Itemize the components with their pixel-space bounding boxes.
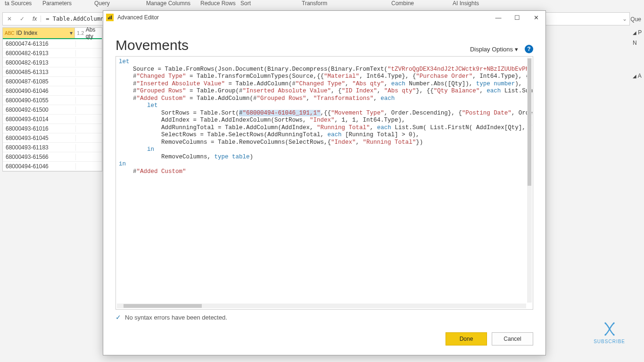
advanced-editor-dialog: Advanced Editor — ☐ ✕ Movements Display … [103, 10, 546, 355]
ribbon-group-data-sources: ta Sources [5, 0, 32, 7]
query-settings-panel: ◢ P N ◢ A [630, 27, 644, 357]
fx-label: fx [29, 16, 41, 22]
column-header-abs-qty[interactable]: 1.2 Abs qty [75, 28, 102, 38]
cancel-formula-icon[interactable]: ✕ [7, 16, 12, 22]
ribbon-group-manage-columns: Manage Columns [146, 0, 190, 7]
properties-section-label: P [638, 29, 642, 36]
text-type-icon: ABC [5, 31, 15, 36]
table-row[interactable]: 68000490-61046 [3, 86, 102, 96]
dialog-titlebar[interactable]: Advanced Editor — ☐ ✕ [103, 11, 545, 24]
table-row[interactable]: 68000482-61913 [3, 49, 102, 58]
ribbon-group-sort: Sort [240, 0, 251, 7]
table-row[interactable]: 68000493-61016 [3, 124, 102, 133]
table-row[interactable]: 68000490-61055 [3, 96, 102, 105]
svg-point-5 [604, 334, 606, 335]
done-button[interactable]: Done [446, 332, 487, 346]
query-name-heading: Movements [116, 37, 189, 53]
svg-rect-1 [109, 16, 110, 19]
ribbon-group-labels: ta Sources Parameters Query Manage Colum… [0, 0, 644, 8]
svg-rect-2 [111, 16, 112, 19]
ribbon-group-ai-insights: AI Insights [453, 0, 479, 7]
scrollbar-thumb[interactable] [528, 58, 531, 186]
table-row[interactable]: 68000494-61046 [3, 162, 102, 171]
collapse-arrow-icon[interactable]: ◢ [633, 74, 636, 79]
horizontal-scrollbar[interactable] [117, 304, 526, 308]
commit-formula-icon[interactable]: ✓ [20, 16, 25, 22]
svg-point-3 [604, 322, 606, 324]
ribbon-group-reduce-rows: Reduce Rows [200, 0, 236, 7]
column-header-id-index[interactable]: ABC ID Index ▾ [3, 28, 75, 38]
subscribe-watermark: SUBSCRIBE [594, 321, 625, 344]
column-header-label: Abs qty [86, 26, 102, 40]
ribbon-group-parameters: Parameters [42, 0, 72, 7]
code-editor[interactable]: let Source = Table.FromRows(Json.Documen… [116, 56, 533, 310]
syntax-status: ✓ No syntax errors have been detected. [116, 313, 533, 321]
checkmark-icon: ✓ [116, 313, 121, 321]
syntax-status-text: No syntax errors have been detected. [125, 314, 227, 321]
svg-rect-0 [108, 17, 109, 19]
ribbon-group-combine: Combine [391, 0, 414, 7]
table-row[interactable]: 68000474-61316 [3, 39, 102, 49]
queries-pane-label: Que [630, 16, 641, 23]
table-row[interactable]: 68000493-61566 [3, 152, 102, 162]
vertical-scrollbar[interactable] [527, 58, 532, 303]
collapse-arrow-icon[interactable]: ◢ [633, 30, 636, 35]
table-row[interactable]: 68000493-61014 [3, 115, 102, 124]
subscribe-text: SUBSCRIBE [594, 339, 625, 344]
dialog-title: Advanced Editor [117, 14, 489, 21]
table-row[interactable]: 68000492-61500 [3, 105, 102, 115]
table-row[interactable]: 68000493-61183 [3, 143, 102, 152]
display-options-dropdown[interactable]: Display Options ▾ [470, 46, 518, 53]
name-label: N [630, 38, 644, 48]
maximize-button[interactable]: ☐ [508, 11, 527, 24]
ribbon-group-transform: Transform [302, 0, 327, 7]
svg-point-6 [612, 334, 614, 335]
close-button[interactable]: ✕ [527, 11, 545, 24]
table-row[interactable]: 68000485-61313 [3, 67, 102, 77]
data-preview-table: ABC ID Index ▾ 1.2 Abs qty 68000474-6131… [2, 27, 102, 172]
table-row[interactable]: 68000487-61085 [3, 77, 102, 86]
formula-dropdown-icon[interactable]: ⌄ [622, 16, 627, 22]
ribbon-group-query: Query [94, 0, 110, 7]
minimize-button[interactable]: — [489, 11, 508, 24]
column-filter-icon[interactable]: ▾ [70, 30, 73, 36]
display-options-label: Display Options [470, 46, 513, 53]
cancel-button[interactable]: Cancel [492, 332, 533, 346]
svg-point-4 [612, 322, 614, 324]
decimal-type-icon: 1.2 [77, 30, 84, 36]
chevron-down-icon: ▾ [515, 46, 518, 53]
applied-steps-label: A [638, 73, 642, 79]
powerbi-icon [106, 14, 114, 21]
table-row[interactable]: 68000482-61913 [3, 58, 102, 67]
formula-text[interactable]: = Table.AddColumn(# [41, 16, 110, 22]
column-header-label: ID Index [17, 30, 38, 36]
dna-icon [602, 321, 618, 337]
scrollbar-thumb[interactable] [124, 304, 202, 308]
table-row[interactable]: 68000493-61045 [3, 133, 102, 143]
help-button[interactable]: ? [525, 45, 533, 53]
code-content[interactable]: let Source = Table.FromRows(Json.Documen… [116, 57, 533, 177]
